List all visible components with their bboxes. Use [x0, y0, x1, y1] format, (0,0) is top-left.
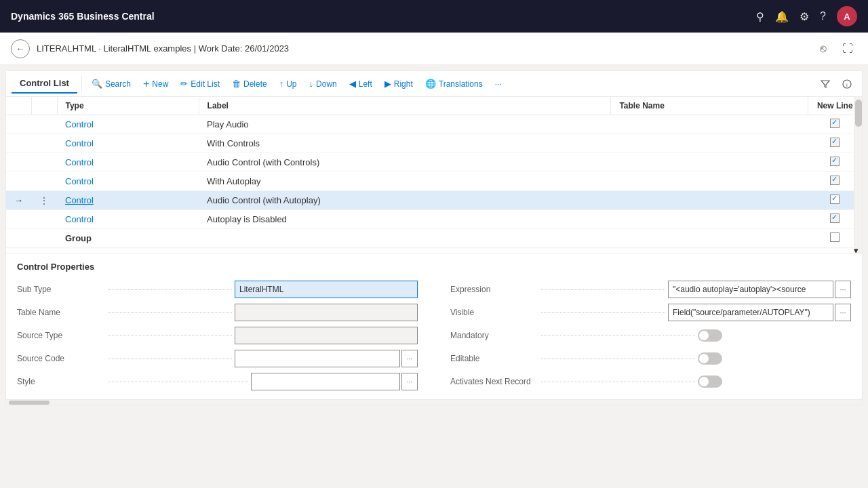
prop-expression: Expression ··· — [450, 280, 851, 299]
prop-style-value: ··· — [251, 373, 418, 390]
table-row[interactable]: Group — [6, 229, 862, 248]
table-name-input[interactable] — [235, 304, 418, 321]
prop-activates-next-record: Activates Next Record — [450, 372, 851, 391]
row-label: Autoplay is Disabled — [199, 210, 611, 229]
prop-style-label: Style — [17, 377, 105, 386]
horizontal-scrollbar-thumb[interactable] — [9, 401, 50, 405]
search-button[interactable]: 🔍 Search — [86, 75, 136, 92]
expression-more-button[interactable]: ··· — [835, 281, 851, 298]
settings-icon[interactable]: ⚙ — [800, 10, 809, 23]
delete-btn-label: Delete — [243, 79, 267, 89]
translations-button[interactable]: 🌐 Translations — [420, 75, 488, 92]
new-line-checkbox[interactable] — [830, 214, 840, 223]
table-row[interactable]: ControlWith Controls — [6, 134, 862, 153]
new-line-checkbox[interactable] — [830, 232, 840, 242]
source-code-input[interactable] — [235, 350, 400, 367]
up-button[interactable]: ↑ Up — [274, 75, 302, 92]
scrollbar-thumb[interactable] — [855, 100, 862, 127]
table-header-row: Type Label Table Name New Line — [6, 97, 862, 115]
edit-list-btn-icon: ✏ — [180, 79, 188, 89]
bottom-scrollbar[interactable] — [6, 399, 862, 405]
bell-icon[interactable]: 🔔 — [775, 10, 789, 23]
back-button[interactable]: ← — [11, 39, 30, 58]
row-context-menu — [31, 172, 57, 191]
down-btn-label: Down — [316, 79, 337, 89]
visible-input[interactable] — [668, 304, 833, 321]
source-code-more-button[interactable]: ··· — [401, 350, 418, 367]
new-line-checkbox[interactable] — [830, 195, 840, 204]
sub-type-input[interactable] — [235, 281, 418, 298]
row-type: Control — [57, 115, 199, 134]
style-more-button[interactable]: ··· — [401, 373, 418, 390]
new-line-checkbox[interactable] — [830, 157, 840, 166]
new-line-checkbox[interactable] — [830, 119, 840, 128]
expression-input[interactable] — [668, 281, 833, 298]
filter-icon[interactable] — [816, 75, 835, 94]
help-icon[interactable]: ? — [820, 10, 826, 22]
table-row[interactable]: ControlAutoplay is Disabled — [6, 210, 862, 229]
prop-source-code-label: Source Code — [17, 354, 105, 363]
prop-table-name-label: Table Name — [17, 308, 105, 317]
edit-list-btn-label: Edit List — [191, 79, 220, 89]
vertical-scrollbar[interactable] — [854, 97, 862, 253]
table-container[interactable]: Type Label Table Name New Line ControlPl… — [6, 97, 862, 253]
new-line-checkbox[interactable] — [830, 138, 840, 147]
info-icon[interactable]: i — [837, 75, 856, 94]
scroll-arrow-down[interactable]: ▾ — [854, 245, 862, 253]
table-row[interactable]: ControlWith Autoplay — [6, 172, 862, 191]
prop-editable-label: Editable — [450, 354, 538, 363]
table-row[interactable]: ControlPlay Audio — [6, 115, 862, 134]
prop-sub-type-value — [235, 281, 418, 298]
col-dots — [31, 97, 57, 115]
edit-list-button[interactable]: ✏ Edit List — [175, 75, 225, 92]
prop-style-dots — [108, 382, 248, 382]
nav-left: Dynamics 365 Business Central — [11, 11, 155, 22]
editable-toggle[interactable] — [698, 352, 722, 365]
search-icon[interactable]: ⚲ — [756, 10, 764, 23]
prop-table-name-dots — [108, 312, 232, 313]
mandatory-toggle[interactable] — [698, 329, 722, 342]
prop-visible-dots — [541, 312, 665, 313]
prop-sub-type: Sub Type — [17, 280, 418, 299]
delete-button[interactable]: 🗑 Delete — [226, 75, 273, 92]
right-btn-label: Right — [394, 79, 413, 89]
row-indicator: → — [6, 191, 31, 210]
more-button[interactable]: ··· — [490, 76, 507, 92]
user-avatar[interactable]: A — [837, 6, 857, 26]
row-label: With Autoplay — [199, 172, 611, 191]
row-label: Audio Control (with Controls) — [199, 153, 611, 172]
row-label: Play Audio — [199, 115, 611, 134]
right-button[interactable]: ▶ Right — [379, 75, 418, 92]
left-button[interactable]: ◀ Left — [344, 75, 378, 92]
row-arrow-icon: → — [14, 195, 23, 205]
expand-icon[interactable]: ⛶ — [838, 39, 857, 58]
source-type-input[interactable] — [235, 327, 418, 344]
row-context-menu — [31, 115, 57, 134]
prop-source-type: Source Type — [17, 326, 418, 345]
svg-text:i: i — [846, 82, 848, 88]
control-list-tab[interactable]: Control List — [12, 74, 77, 94]
open-new-window-icon[interactable]: ⎋ — [814, 39, 833, 58]
row-label: With Controls — [199, 134, 611, 153]
row-table-name — [611, 134, 808, 153]
context-menu-icon[interactable]: ⋮ — [39, 195, 49, 206]
style-input[interactable] — [251, 373, 400, 390]
table-row[interactable]: ControlAudio Control (with Controls) — [6, 153, 862, 172]
activates-next-record-toggle[interactable] — [698, 375, 722, 388]
visible-more-button[interactable]: ··· — [835, 304, 851, 321]
properties-grid: Sub Type Table Name Source Type — [17, 280, 851, 391]
prop-sub-type-label: Sub Type — [17, 285, 105, 294]
table-row[interactable]: →⋮ControlAudio Control (with Autoplay) — [6, 191, 862, 210]
down-button[interactable]: ↓ Down — [304, 75, 342, 92]
prop-visible-value: ··· — [668, 304, 851, 321]
new-line-checkbox[interactable] — [830, 176, 840, 185]
row-context-menu[interactable]: ⋮ — [31, 191, 57, 210]
toolbar-divider-1 — [81, 76, 82, 92]
prop-mandatory-dots — [541, 336, 695, 336]
prop-mandatory-value — [698, 329, 852, 342]
row-type: Control — [57, 191, 199, 210]
new-button[interactable]: + New — [138, 75, 174, 94]
translations-btn-icon: 🌐 — [425, 79, 436, 89]
left-btn-icon: ◀ — [349, 79, 356, 89]
nav-icons: ⚲ 🔔 ⚙ ? A — [756, 6, 857, 26]
